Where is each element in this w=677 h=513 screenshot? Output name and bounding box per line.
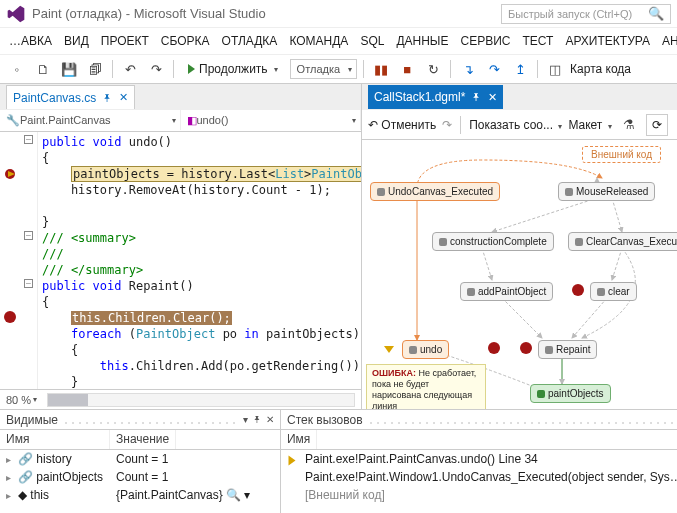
layout-button[interactable]: Макет ▾	[568, 118, 611, 132]
window-title: Paint (отладка) - Microsoft Visual Studi…	[32, 6, 501, 21]
step-out-icon[interactable]: ↥	[509, 58, 531, 80]
error-tooltip: ОШИБКА: Не сработает, пока не будет нари…	[366, 364, 486, 409]
new-file-icon[interactable]: 🗋	[32, 58, 54, 80]
back-icon[interactable]: ◦	[6, 58, 28, 80]
node-addpaintobject[interactable]: addPaintObject	[460, 282, 553, 301]
dropdown-icon[interactable]: ▾	[243, 414, 248, 425]
node-clearcanvas[interactable]: ClearCanvas_Executed	[568, 232, 677, 251]
menu-test[interactable]: ТЕСТ	[519, 32, 556, 50]
close-icon[interactable]: ✕	[119, 91, 128, 104]
menu-debug[interactable]: ОТЛАДКА	[219, 32, 281, 50]
filter-icon[interactable]: ⚗	[618, 114, 640, 136]
fold-icon[interactable]: –	[24, 279, 33, 288]
restart-icon[interactable]: ↻	[422, 58, 444, 80]
breakpoint-icon[interactable]	[4, 311, 16, 323]
zoom-level[interactable]: 80 %	[6, 394, 31, 406]
breakpoint-arrow-icon[interactable]	[4, 167, 16, 179]
play-icon	[188, 64, 195, 74]
breakpoint-dot-icon	[520, 342, 532, 354]
code-editor-pane: PaintCanvas.cs 🖈 ✕ 🔧 Paint.PaintCanvas ◧…	[0, 84, 362, 409]
refresh-icon[interactable]: ⟳	[646, 114, 668, 136]
menu-project[interactable]: ПРОЕКТ	[98, 32, 152, 50]
fold-icon[interactable]: –	[24, 135, 33, 144]
menu-build[interactable]: СБОРКА	[158, 32, 213, 50]
show-related-button[interactable]: Показать соо... ▾	[469, 118, 562, 132]
breakpoint-dot-icon	[572, 284, 584, 296]
callstack-title: Стек вызовов	[287, 413, 363, 427]
redo-icon[interactable]: ↷	[145, 58, 167, 80]
close-icon[interactable]: ✕	[488, 91, 497, 104]
menu-team[interactable]: КОМАНДА	[286, 32, 351, 50]
menu-tools[interactable]: СЕРВИС	[457, 32, 513, 50]
codemap-pane: CallStack1.dgml* 🖈 ✕ ↶ Отменить ↷ Показа…	[362, 84, 677, 409]
stop-icon[interactable]: ■	[396, 58, 418, 80]
node-paintobjects[interactable]: paintObjects	[530, 384, 611, 403]
undo-icon[interactable]: ↶	[119, 58, 141, 80]
callstack-panel: Стек вызовов․․․․․․․․․․․․․․․․․․․․․․․․․․․․…	[281, 410, 677, 513]
node-repaint[interactable]: Repaint	[538, 340, 597, 359]
node-mousereleased[interactable]: MouseReleased	[558, 182, 655, 201]
menu-edit[interactable]: …АВКА	[6, 32, 55, 50]
code-editor[interactable]: – – – public void undo() { paintObjects …	[0, 132, 361, 389]
codemap-icon[interactable]: ◫	[544, 58, 566, 80]
locals-title: Видимые	[6, 413, 58, 427]
pin-icon[interactable]: 🖈	[252, 414, 262, 425]
vs-logo-icon	[6, 4, 26, 24]
callstack-row[interactable]: Paint.exe!Paint.PaintCanvas.undo() Line …	[281, 450, 677, 468]
main-toolbar: ◦ 🗋 💾 🗐 ↶ ↷ Продолжить ▾ Отладка ▮▮ ■ ↻ …	[0, 54, 677, 84]
breakpoint-dot-icon	[488, 342, 500, 354]
current-arrow-icon	[384, 342, 394, 356]
codemap-label[interactable]: Карта кода	[570, 62, 631, 76]
locals-row[interactable]: ▸◆ this{Paint.PaintCanvas} 🔍 ▾	[0, 486, 280, 504]
menu-analyze[interactable]: АНАЛИЗ	[659, 32, 677, 50]
undo-graph-button[interactable]: ↶ Отменить	[368, 118, 436, 132]
node-undo[interactable]: undo	[402, 340, 449, 359]
step-over-icon[interactable]: ↷	[483, 58, 505, 80]
node-clear[interactable]: clear	[590, 282, 637, 301]
save-all-icon[interactable]: 🗐	[84, 58, 106, 80]
quick-launch-input[interactable]: Быстрый запуск (Ctrl+Q) 🔍	[501, 4, 671, 24]
tab-callstack-dgml[interactable]: CallStack1.dgml* 🖈 ✕	[368, 85, 503, 109]
continue-button[interactable]: Продолжить ▾	[180, 58, 286, 80]
horizontal-scrollbar[interactable]	[47, 393, 355, 407]
member-navigator[interactable]: ◧ undo()	[181, 110, 362, 130]
locals-panel: Видимые․․․․․․․․․․․․․․․․․․․․․․․․․▾🖈✕ ИмяЗ…	[0, 410, 281, 513]
pin-icon[interactable]: 🖈	[471, 91, 482, 103]
callstack-row[interactable]: [Внешний код]	[281, 486, 677, 504]
menu-view[interactable]: ВИД	[61, 32, 92, 50]
fold-icon[interactable]: –	[24, 231, 33, 240]
menu-sql[interactable]: SQL	[357, 32, 387, 50]
tab-paintcanvas[interactable]: PaintCanvas.cs 🖈 ✕	[6, 85, 135, 109]
node-undocanvas[interactable]: UndoCanvas_Executed	[370, 182, 500, 201]
menu-data[interactable]: ДАННЫЕ	[393, 32, 451, 50]
save-icon[interactable]: 💾	[58, 58, 80, 80]
search-icon: 🔍	[648, 6, 664, 21]
graph-canvas[interactable]: Внешний код UndoCanvas_Executed MouseRel…	[362, 140, 677, 409]
menu-architecture[interactable]: АРХИТЕКТУРА	[562, 32, 653, 50]
configuration-combo[interactable]: Отладка	[290, 59, 357, 79]
main-menu: …АВКА ВИД ПРОЕКТ СБОРКА ОТЛАДКА КОМАНДА …	[0, 28, 677, 54]
pause-icon[interactable]: ▮▮	[370, 58, 392, 80]
pin-icon[interactable]: 🖈	[102, 92, 113, 104]
external-code-badge: Внешний код	[582, 146, 661, 163]
callstack-row[interactable]: Paint.exe!Paint.Window1.UndoCanvas_Execu…	[281, 468, 677, 486]
locals-row[interactable]: ▸🔗 historyCount = 1	[0, 450, 280, 468]
node-constructioncomplete[interactable]: constructionComplete	[432, 232, 554, 251]
locals-row[interactable]: ▸🔗 paintObjectsCount = 1	[0, 468, 280, 486]
class-navigator[interactable]: 🔧 Paint.PaintCanvas	[0, 110, 181, 130]
step-into-icon[interactable]: ↴	[457, 58, 479, 80]
close-icon[interactable]: ✕	[266, 414, 274, 425]
